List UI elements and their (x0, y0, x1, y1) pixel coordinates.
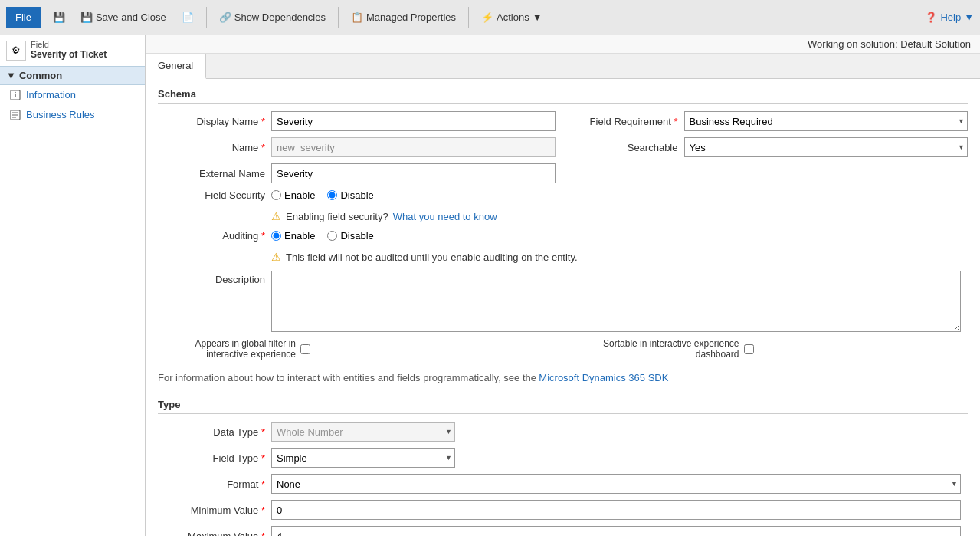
field-security-radios: Enable Disable (271, 189, 374, 201)
sortable-checkbox[interactable] (744, 344, 754, 354)
field-security-group: Field Security Enable Disable (158, 189, 968, 201)
field-security-enable-radio[interactable] (271, 190, 281, 200)
global-filter-checkbox[interactable] (300, 344, 310, 354)
entity-name: Severity of Ticket (31, 49, 107, 61)
data-type-required: * (261, 426, 265, 438)
sidebar-item-information[interactable]: Information (0, 85, 145, 105)
separator-1 (206, 7, 207, 28)
sortable-label: Sortable in interactive experience dashb… (571, 338, 739, 360)
field-req-required: * (674, 116, 677, 127)
external-name-row: External Name (158, 163, 968, 183)
field-type-group: Field Type * Simple (158, 448, 968, 468)
max-value-input[interactable] (271, 526, 961, 536)
solution-bar: Working on solution: Default Solution (146, 35, 980, 54)
external-name-label: External Name (158, 168, 265, 179)
show-dependencies-button[interactable]: 🔗 Show Dependencies (213, 8, 332, 26)
managed-properties-icon: 📋 (351, 12, 363, 23)
page-container: ⚙ Field Severity of Ticket ▼ Common Info… (0, 35, 980, 536)
form-content: Schema Display Name * Field Requirement … (146, 79, 980, 536)
data-type-select-wrapper: Whole Number (271, 422, 455, 442)
name-row: Name * Searchable Yes No (158, 137, 968, 157)
entity-info: Field Severity of Ticket (31, 40, 107, 61)
format-select[interactable]: None (271, 474, 961, 494)
save-close-icon: 💾 (80, 12, 93, 23)
field-security-label: Field Security (158, 189, 265, 201)
help-dropdown-icon: ▼ (964, 12, 974, 23)
searchable-select-wrapper: Yes No (684, 137, 969, 157)
field-security-row: Field Security Enable Disable (158, 189, 968, 201)
display-name-required: * (261, 116, 265, 127)
separator-3 (468, 7, 469, 28)
description-label: Description (158, 271, 265, 285)
format-group: Format * None (158, 474, 968, 494)
min-value-row: Minimum Value * (158, 500, 968, 520)
toolbar-actions: 💾 💾 Save and Close 📄 🔗 Show Dependencies… (47, 7, 549, 28)
max-value-label: Maximum Value * (158, 531, 265, 537)
actions-icon: ⚡ (481, 12, 493, 23)
managed-properties-button[interactable]: 📋 Managed Properties (345, 8, 462, 26)
description-row: Description (158, 271, 968, 332)
field-requirement-label: Field Requirement * (571, 116, 678, 127)
field-security-link[interactable]: What you need to know (393, 211, 497, 222)
max-value-group: Maximum Value * (158, 526, 968, 536)
name-required: * (261, 142, 265, 153)
dependencies-icon: 🔗 (219, 12, 231, 23)
data-type-group: Data Type * Whole Number (158, 422, 968, 442)
data-type-row: Data Type * Whole Number (158, 422, 968, 442)
format-label: Format * (158, 478, 265, 490)
sidebar: ⚙ Field Severity of Ticket ▼ Common Info… (0, 35, 146, 536)
sidebar-section-header: ▼ Common (0, 66, 145, 85)
auditing-row: Auditing * Enable Disable (158, 230, 968, 242)
global-filter-label: Appears in global filter in interactive … (158, 338, 296, 360)
actions-button[interactable]: ⚡ Actions ▼ (475, 8, 549, 26)
name-label: Name * (158, 142, 265, 153)
field-security-disable-label[interactable]: Disable (340, 189, 373, 201)
display-name-row: Display Name * Field Requirement * Busin… (158, 111, 968, 131)
field-security-disable-radio[interactable] (327, 190, 337, 200)
auditing-disable-label[interactable]: Disable (340, 230, 373, 242)
field-type-select[interactable]: Simple (271, 448, 455, 468)
field-type-row: Field Type * Simple (158, 448, 968, 468)
name-group: Name * (158, 137, 556, 157)
field-requirement-select[interactable]: Business Required Optional Recommended (684, 111, 969, 131)
help-button[interactable]: ❓ Help ▼ (925, 12, 974, 23)
sdk-link[interactable]: Microsoft Dynamics 365 SDK (539, 372, 668, 383)
save-icon-button[interactable]: 💾 (47, 8, 71, 26)
min-value-input[interactable] (271, 500, 961, 520)
max-value-row: Maximum Value * (158, 526, 968, 536)
svg-point-2 (15, 91, 16, 93)
business-rules-icon (9, 109, 21, 121)
searchable-select[interactable]: Yes No (684, 137, 969, 157)
auditing-enable-label[interactable]: Enable (284, 230, 315, 242)
tab-general[interactable]: General (146, 54, 206, 79)
format-required: * (261, 478, 265, 490)
data-type-select[interactable]: Whole Number (271, 422, 455, 442)
description-textarea[interactable] (271, 271, 961, 332)
global-filter-group: Appears in global filter in interactive … (158, 338, 556, 360)
field-requirement-group: Field Requirement * Business Required Op… (571, 111, 969, 131)
name-input[interactable] (271, 137, 556, 157)
publish-icon: 📄 (182, 12, 194, 23)
auditing-label: Auditing * (158, 230, 265, 242)
field-security-enable-label[interactable]: Enable (284, 189, 315, 201)
warning-icon-security: ⚠ (271, 210, 281, 222)
auditing-enable-radio[interactable] (271, 231, 281, 241)
description-group: Description (158, 271, 968, 332)
display-name-input[interactable] (271, 111, 556, 131)
publish-button[interactable]: 📄 (175, 8, 200, 26)
auditing-required: * (261, 230, 265, 242)
field-security-disable-option: Disable (327, 189, 373, 201)
file-button[interactable]: File (6, 7, 41, 28)
sidebar-item-business-rules[interactable]: Business Rules (0, 105, 145, 125)
main-content: Working on solution: Default Solution Ge… (146, 35, 980, 536)
auditing-disable-radio[interactable] (327, 231, 337, 241)
field-type-select-wrapper: Simple (271, 448, 455, 468)
external-name-group: External Name (158, 163, 556, 183)
checkbox-row: Appears in global filter in interactive … (158, 338, 968, 360)
type-section-header: Type (158, 399, 968, 414)
field-requirement-select-wrapper: Business Required Optional Recommended (684, 111, 969, 131)
entity-header: ⚙ Field Severity of Ticket (0, 35, 145, 66)
save-close-button[interactable]: 💾 Save and Close (74, 8, 172, 26)
triangle-icon: ▼ (6, 70, 16, 81)
external-name-input[interactable] (271, 163, 556, 183)
